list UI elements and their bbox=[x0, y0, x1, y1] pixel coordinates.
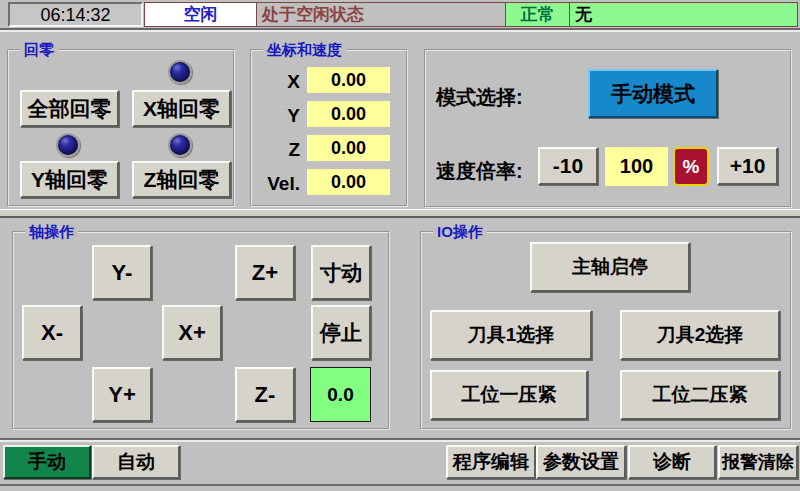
coord-value-x: 0.00 bbox=[307, 67, 390, 93]
tool1-select-button[interactable]: 刀具1选择 bbox=[430, 310, 592, 360]
y-plus-jog-button[interactable]: Y+ bbox=[92, 367, 152, 422]
home-z-button[interactable]: Z轴回零 bbox=[132, 161, 231, 198]
station2-clamp-button[interactable]: 工位二压紧 bbox=[620, 370, 780, 420]
x-plus-jog-button[interactable]: X+ bbox=[162, 305, 222, 360]
override-plus-button[interactable]: +10 bbox=[717, 147, 778, 185]
section-divider bbox=[0, 209, 800, 218]
screen-bottom-edge bbox=[0, 484, 800, 486]
homing-title: 回零 bbox=[20, 41, 58, 59]
x-minus-jog-button[interactable]: X- bbox=[22, 305, 82, 360]
param-settings-button[interactable]: 参数设置 bbox=[536, 445, 626, 479]
panel-coords: 坐标和速度 X 0.00 Y 0.00 Z 0.00 Vel. 0.00 bbox=[250, 49, 408, 207]
home-x-button[interactable]: X轴回零 bbox=[132, 90, 231, 127]
percent-badge: % bbox=[673, 147, 709, 186]
coords-title: 坐标和速度 bbox=[263, 41, 346, 59]
coord-value-z: 0.00 bbox=[307, 135, 390, 161]
panel-mode: 模式选择: 手动模式 速度倍率: -10 100 % +10 bbox=[424, 49, 792, 208]
panel-axis: 轴操作 Y- Z+ 寸动 X- X+ 停止 Y+ Z- 0.0 bbox=[12, 231, 390, 430]
coord-value-y: 0.00 bbox=[307, 101, 390, 127]
station1-clamp-button[interactable]: 工位一压紧 bbox=[430, 370, 588, 420]
override-value: 100 bbox=[605, 147, 668, 186]
coord-value-vel: 0.00 bbox=[307, 169, 390, 195]
axis-title: 轴操作 bbox=[25, 223, 78, 241]
alarm-state: 正常 bbox=[505, 2, 570, 27]
home-y-button[interactable]: Y轴回零 bbox=[20, 161, 119, 198]
diagnose-button[interactable]: 诊断 bbox=[628, 445, 716, 479]
home-y-led-indicator bbox=[56, 133, 80, 157]
io-title: IO操作 bbox=[433, 223, 487, 241]
bottom-divider bbox=[0, 438, 800, 442]
panel-io: IO操作 主轴启停 刀具1选择 刀具2选择 工位一压紧 工位二压紧 bbox=[420, 231, 792, 430]
status-time: 06:14:32 bbox=[8, 2, 143, 27]
home-all-button[interactable]: 全部回零 bbox=[20, 90, 119, 127]
coord-label-vel: Vel. bbox=[252, 171, 300, 197]
home-x-led-indicator bbox=[168, 60, 192, 84]
coord-label-x: X bbox=[252, 69, 300, 95]
coord-label-y: Y bbox=[252, 103, 300, 129]
status-mode: 空闲 bbox=[144, 2, 257, 27]
spindle-toggle-button[interactable]: 主轴启停 bbox=[530, 242, 690, 292]
tool2-select-button[interactable]: 刀具2选择 bbox=[620, 310, 780, 360]
coord-label-z: Z bbox=[252, 137, 300, 163]
auto-tab-button[interactable]: 自动 bbox=[92, 445, 180, 479]
alarm-message: 无 bbox=[569, 2, 798, 27]
z-minus-jog-button[interactable]: Z- bbox=[235, 367, 295, 422]
override-minus-button[interactable]: -10 bbox=[538, 147, 598, 185]
divider bbox=[0, 28, 800, 32]
panel-homing: 回零 全部回零 X轴回零 Y轴回零 Z轴回零 bbox=[7, 49, 235, 207]
inch-jog-button[interactable]: 寸动 bbox=[311, 245, 371, 300]
z-plus-jog-button[interactable]: Z+ bbox=[235, 245, 295, 300]
speed-override-label: 速度倍率: bbox=[436, 158, 523, 185]
stop-button[interactable]: 停止 bbox=[311, 305, 371, 360]
mode-select-label: 模式选择: bbox=[436, 84, 523, 111]
home-z-led-indicator bbox=[168, 133, 192, 157]
manual-mode-button[interactable]: 手动模式 bbox=[588, 69, 718, 118]
hmi-screen: 06:14:32 空闲 处于空闲状态 正常 无 回零 全部回零 X轴回零 Y轴回… bbox=[0, 0, 800, 491]
alarm-clear-button[interactable]: 报警清除 bbox=[718, 445, 798, 479]
program-edit-button[interactable]: 程序编辑 bbox=[446, 445, 536, 479]
manual-tab-button[interactable]: 手动 bbox=[3, 445, 91, 479]
status-message: 处于空闲状态 bbox=[256, 2, 506, 27]
y-minus-jog-button[interactable]: Y- bbox=[92, 245, 152, 300]
jog-step-value[interactable]: 0.0 bbox=[310, 367, 371, 422]
